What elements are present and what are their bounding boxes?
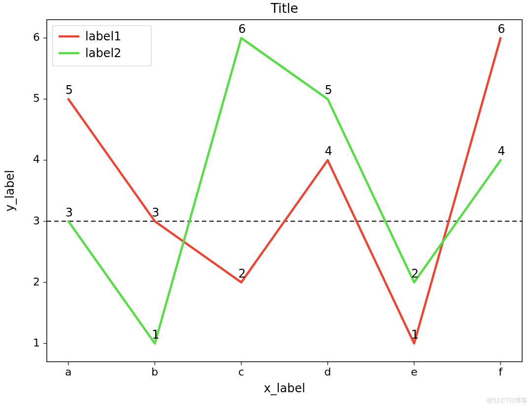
y-tick-label: 4 [33, 153, 40, 165]
data-label-series2: 1 [152, 328, 159, 342]
data-label-series2: 5 [325, 83, 332, 97]
x-tick-label: e [411, 366, 418, 378]
data-label-series2: 2 [411, 267, 419, 281]
data-label-series2: 4 [498, 144, 505, 158]
data-label-series1: 1 [411, 328, 419, 342]
x-tick-label: b [151, 366, 158, 378]
watermark: @51CTO博客 [486, 396, 528, 405]
chart-svg: 123456abcdef532416316524Titlex_labely_la… [0, 0, 532, 408]
data-label-series1: 2 [238, 267, 246, 281]
x-tick-label: c [238, 366, 244, 378]
y-tick-label: 2 [33, 276, 40, 288]
y-tick-label: 5 [33, 92, 40, 104]
axes-frame [47, 20, 522, 362]
chart-title: Title [270, 1, 299, 16]
x-axis-label: x_label [264, 381, 305, 395]
legend-label-2: label2 [85, 46, 121, 60]
data-label-series1: 6 [498, 22, 505, 36]
series-line-1 [68, 38, 500, 344]
data-label-series2: 6 [238, 22, 246, 36]
data-label-series1: 4 [325, 144, 332, 158]
x-tick-label: a [65, 366, 71, 378]
x-tick-label: d [324, 366, 331, 378]
data-label-series1: 5 [66, 83, 73, 97]
y-tick-label: 1 [33, 337, 40, 349]
chart-figure: 123456abcdef532416316524Titlex_labely_la… [0, 0, 532, 408]
y-axis-label: y_label [3, 170, 17, 211]
data-label-series2: 3 [66, 206, 73, 220]
data-label-series1: 3 [152, 206, 159, 220]
x-tick-label: f [499, 366, 503, 378]
y-tick-label: 3 [33, 215, 40, 227]
y-tick-label: 6 [33, 31, 40, 43]
legend-label-1: label1 [85, 30, 121, 43]
